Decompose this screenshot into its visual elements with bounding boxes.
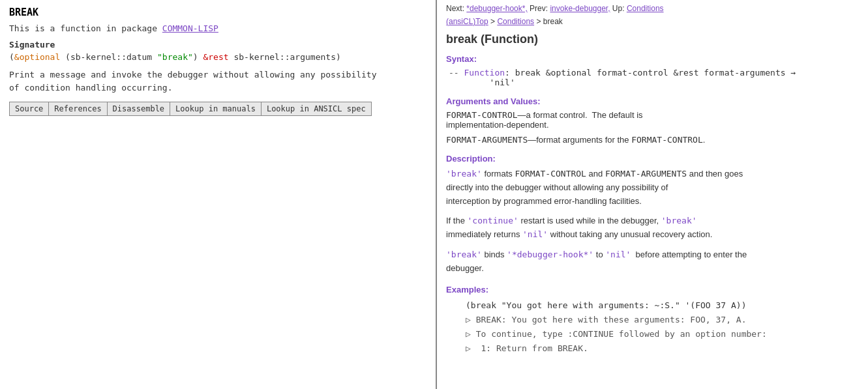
tab-lookup-ansicl[interactable]: Lookup in ANSICL spec	[262, 102, 372, 116]
desc-para-3: 'break' binds '*debugger-hook*' to 'nil'…	[446, 248, 859, 276]
tab-references[interactable]: References	[49, 102, 107, 116]
desc-debugger-hook: '*debugger-hook*'	[507, 250, 593, 259]
package-intro-text: This is a function in package	[9, 23, 157, 33]
args-format-control: FORMAT-CONTROL—a format control. The def…	[446, 110, 859, 130]
desc-fa: FORMAT-ARGUMENTS	[605, 169, 687, 179]
left-panel: BREAK This is a function in package COMM…	[0, 0, 437, 389]
nav-prev-link[interactable]: invoke-debugger,	[550, 4, 610, 13]
syntax-block: -- Function: break &optional format-cont…	[446, 68, 859, 87]
syntax-sig: break &optional format-control &rest for…	[510, 68, 796, 78]
args-label: Arguments and Values:	[446, 96, 859, 106]
examples-section: (break "You got here with arguments: ~:S…	[446, 298, 859, 356]
desc-section: 'break' formats FORMAT-CONTROL and FORMA…	[446, 167, 859, 276]
package-link[interactable]: COMMON-LISP	[162, 23, 218, 33]
func-title: break (Function)	[446, 33, 859, 46]
desc-fc: FORMAT-CONTROL	[515, 169, 586, 179]
tab-disassemble[interactable]: Disassemble	[108, 102, 170, 116]
syntax-func-kw: Function	[464, 68, 505, 78]
format-control-name: FORMAT-CONTROL	[446, 110, 518, 120]
signature-heading: Signature	[9, 40, 427, 50]
desc-continue: 'continue'	[468, 216, 518, 225]
sig-rest: &rest	[198, 52, 229, 62]
breadcrumb-sep2: >	[536, 17, 543, 26]
syntax-comment: --	[449, 68, 464, 78]
sig-open: (	[9, 52, 14, 62]
breadcrumb: (ansiCL)Top > Conditions > break	[446, 17, 859, 26]
nav-next-link[interactable]: *debugger-hook*,	[466, 4, 527, 13]
right-panel: Next: *debugger-hook*, Prev: invoke-debu…	[437, 0, 868, 389]
nav-bar: Next: *debugger-hook*, Prev: invoke-debu…	[446, 4, 859, 13]
syntax-line: -- Function: break &optional format-cont…	[449, 68, 859, 78]
tab-bar: Source References Disassemble Lookup in …	[9, 102, 427, 116]
package-line: This is a function in package COMMON-LIS…	[9, 23, 427, 33]
breadcrumb-conditions[interactable]: Conditions	[497, 17, 534, 26]
sig-datum-close: )	[193, 52, 198, 62]
desc-nil-1: 'nil'	[522, 229, 548, 239]
desc-label: Description:	[446, 154, 859, 164]
tab-source[interactable]: Source	[9, 102, 49, 116]
examples-label: Examples:	[446, 285, 859, 295]
syntax-result: 'nil'	[449, 78, 859, 87]
breadcrumb-sep1: >	[490, 17, 497, 26]
format-arguments-name: FORMAT-ARGUMENTS	[446, 135, 528, 145]
format-control-ref: FORMAT-CONTROL	[631, 135, 703, 145]
tab-lookup-manuals[interactable]: Lookup in manuals	[170, 102, 262, 116]
nav-next-label: Next:	[446, 4, 466, 13]
breadcrumb-root[interactable]: (ansiCL)Top	[446, 17, 488, 26]
syntax-label: Syntax:	[446, 54, 859, 64]
nav-up-label: Up:	[612, 4, 627, 13]
desc-break-1: 'break'	[446, 169, 482, 179]
example-output-3: ▷ 1: Return from BREAK.	[466, 341, 859, 356]
syntax-colon: :	[505, 68, 510, 78]
desc-break-3: 'break'	[446, 250, 482, 259]
desc-para-2: If the 'continue' restart is used while …	[446, 214, 859, 242]
nav-prev-label: Prev:	[530, 4, 550, 13]
example-output-2: ▷ To continue, type :CONTINUE followed b…	[466, 327, 859, 341]
sig-datum: (sb-kernel::datum	[60, 52, 157, 62]
sig-optional: &optional	[14, 52, 60, 62]
args-section: FORMAT-CONTROL—a format control. The def…	[446, 110, 859, 145]
sig-string: "break"	[157, 52, 193, 62]
example-line-1: (break "You got here with arguments: ~:S…	[466, 298, 859, 313]
sig-rest-args: sb-kernel::arguments	[229, 52, 336, 62]
page-title: BREAK	[9, 7, 427, 18]
sig-close: )	[336, 52, 341, 62]
args-format-arguments: FORMAT-ARGUMENTS—format arguments for th…	[446, 135, 859, 145]
nav-up-link[interactable]: Conditions	[627, 4, 664, 13]
desc-break-2: 'break'	[661, 216, 697, 225]
desc-nil-2: 'nil'	[605, 250, 631, 259]
desc-para-1: 'break' formats FORMAT-CONTROL and FORMA…	[446, 167, 859, 208]
signature-code: (&optional (sb-kernel::datum "break") &r…	[9, 52, 427, 62]
breadcrumb-current: break	[543, 17, 563, 26]
example-output-1: ▷ BREAK: You got here with these argumen…	[466, 313, 859, 327]
example-code: (break "You got here with arguments: ~:S…	[446, 298, 859, 356]
left-description: Print a message and invoke the debugger …	[9, 68, 427, 94]
